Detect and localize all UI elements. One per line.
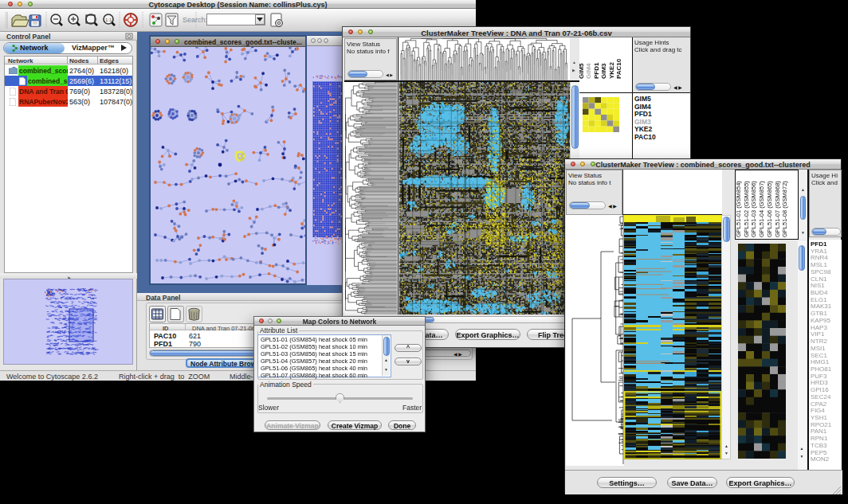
svg-text:GPL51-06 (GSM865): GPL51-06 (GSM865) [766,181,773,237]
svg-text:GPL51-04 (GSM857): GPL51-04 (GSM857) [758,181,765,237]
svg-text:1:1: 1:1 [105,18,112,22]
svg-text:PFD1: PFD1 [593,62,600,79]
svg-text:PAC10: PAC10 [615,58,622,79]
svg-text:GIM3: GIM3 [600,63,607,79]
svg-text:GPL51-02 (GSM855): GPL51-02 (GSM855) [743,181,750,237]
svg-text:GPL51-03 (GSM856): GPL51-03 (GSM856) [750,181,757,237]
svg-text:GPL51-01 (GSM854): GPL51-01 (GSM854) [735,181,742,237]
svg-text:GPL51-08 (GSM872): GPL51-08 (GSM872) [781,181,788,237]
svg-text:GPL51-07 (GSM868): GPL51-07 (GSM868) [774,181,781,237]
svg-text:GIM5: GIM5 [579,63,585,79]
svg-text:GIM4: GIM4 [585,63,592,79]
svg-text:YKE2: YKE2 [608,62,615,79]
